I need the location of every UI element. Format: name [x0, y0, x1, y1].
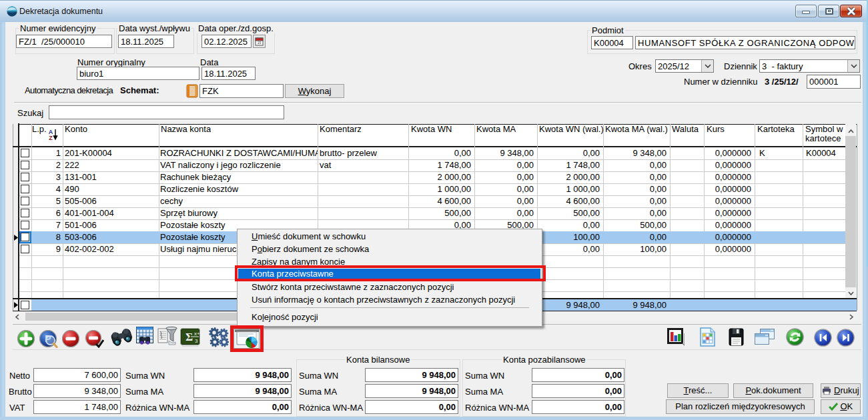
svg-text:15: 15 — [258, 41, 262, 45]
svg-text:3: 3 — [195, 338, 198, 344]
svg-text:x+s: x+s — [194, 331, 200, 337]
svg-text:Z: Z — [49, 135, 53, 141]
